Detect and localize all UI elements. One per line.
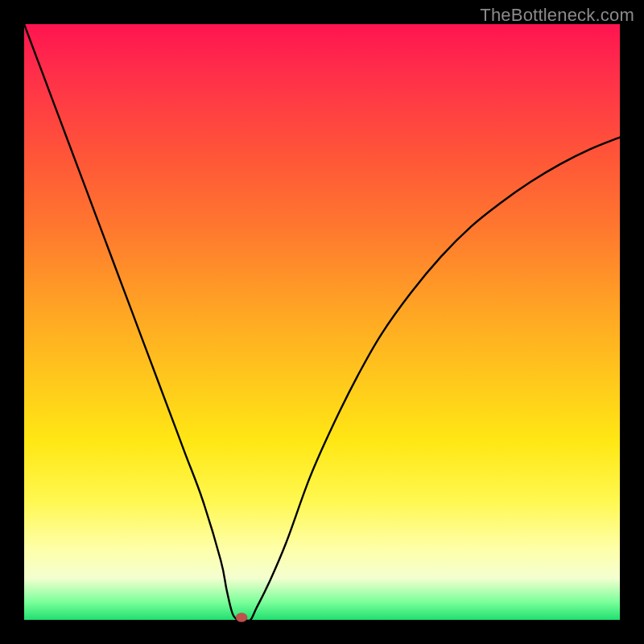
watermark-text: TheBottleneck.com bbox=[480, 5, 634, 26]
bottleneck-curve bbox=[24, 24, 620, 621]
optimum-marker bbox=[236, 613, 247, 622]
bottleneck-curve-svg bbox=[24, 24, 620, 620]
chart-frame: TheBottleneck.com bbox=[0, 0, 644, 644]
